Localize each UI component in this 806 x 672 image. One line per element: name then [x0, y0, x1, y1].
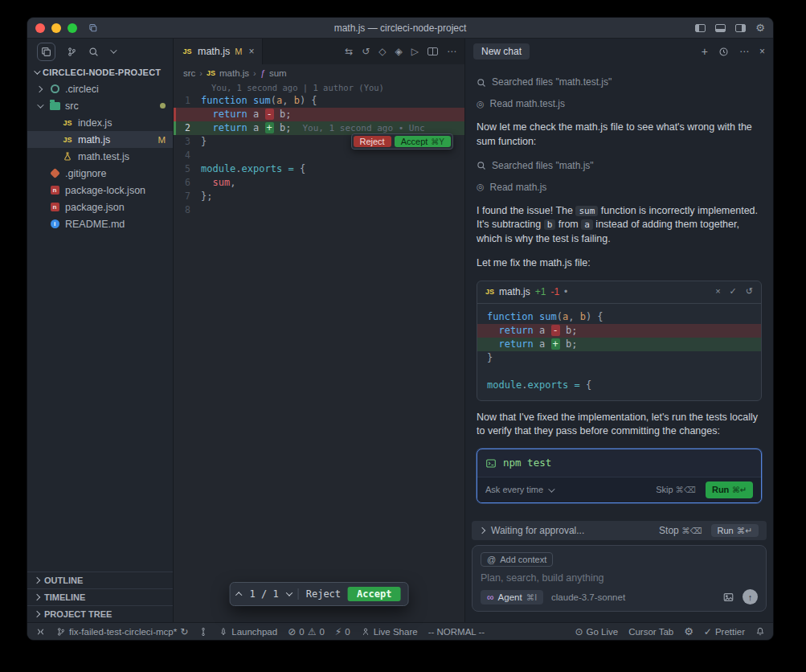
toggle-panel-icon[interactable] [715, 24, 726, 32]
source-control-graph-button[interactable] [198, 627, 208, 637]
sidebar-item-index.js[interactable]: JSindex.js [27, 114, 173, 131]
explorer-view-button[interactable] [37, 43, 55, 61]
more-actions-icon[interactable]: ⋯ [447, 47, 456, 56]
next-diff-chevron-icon[interactable] [286, 589, 293, 596]
accept-diff-icon[interactable]: ✓ [730, 285, 737, 298]
minimize-window-button[interactable] [51, 23, 61, 33]
prev-diff-chevron-icon[interactable] [235, 592, 242, 598]
status-bar: fix-failed-test-circleci-mcp* ↻ Launchpa… [27, 622, 773, 640]
folder-icon [49, 100, 60, 112]
chat-messages[interactable]: Searched files "math.test.js" ◎ Read mat… [465, 64, 773, 521]
toggle-secondary-sidebar-icon[interactable] [735, 24, 746, 32]
run-button[interactable]: Run⌘↵ [706, 481, 753, 499]
chat-more-icon[interactable]: ⋯ [739, 47, 749, 56]
close-window-button[interactable] [35, 23, 45, 33]
revert-diff-icon[interactable]: ↺ [746, 285, 753, 298]
open-changes-icon[interactable]: ⇆ [345, 47, 353, 56]
accept-all-button[interactable]: Accept [348, 587, 400, 601]
diff-card-filename[interactable]: math.js [499, 285, 530, 299]
tool-call-searched-files[interactable]: Searched files "math.js" [477, 159, 762, 173]
window-title: math.js — circleci-node-project [27, 23, 773, 34]
more-views-chevron-icon[interactable] [110, 47, 117, 53]
sidebar-section-outline[interactable]: OUTLINE [27, 572, 173, 588]
source-control-view-button[interactable] [67, 47, 77, 57]
sidebar-item-math.js[interactable]: JSmath.jsM [27, 131, 173, 148]
zoom-window-button[interactable] [68, 23, 77, 33]
settings-gear-icon[interactable]: ⚙ [755, 23, 765, 33]
branch-icon [56, 627, 66, 637]
problems-indicator[interactable]: ⊘ 0 ⚠ 0 [288, 627, 325, 637]
chat-header: New chat + ⋯ × [465, 39, 773, 64]
git-branch-status[interactable]: fix-failed-test-circleci-mcp* ↻ [56, 627, 188, 637]
go-live-button[interactable]: ⊙ Go Live [575, 627, 618, 637]
bolt-icon: ⚡ [335, 627, 342, 637]
toggle-primary-sidebar-icon[interactable] [695, 24, 706, 32]
send-button[interactable]: ↑ [743, 589, 758, 604]
sidebar-section-timeline[interactable]: TIMELINE [27, 588, 173, 605]
chat-history-icon[interactable] [718, 47, 729, 57]
discard-icon[interactable]: ↺ [362, 47, 370, 56]
breadcrumb-file[interactable]: math.js [219, 68, 249, 78]
chat-input-box[interactable]: @ Add context Plan, search, build anythi… [472, 545, 767, 612]
expand-chevron-icon[interactable] [479, 527, 485, 534]
new-chat-plus-icon[interactable]: + [702, 46, 708, 57]
bolt-counter[interactable]: ⚡ 0 [335, 627, 350, 637]
chat-tab-new-chat[interactable]: New chat [473, 43, 530, 59]
add-context-button[interactable]: @ Add context [481, 552, 553, 567]
run-file-icon[interactable]: ▷ [411, 47, 419, 56]
reject-all-button[interactable]: Reject [306, 588, 341, 600]
code-line-1: 1function sum(a, b) { [174, 94, 464, 108]
stop-button[interactable]: Stop ⌘⌫ [659, 525, 702, 536]
breadcrumb-src[interactable]: src [183, 68, 195, 78]
chat-code-diff-card: JS math.js +1 -1 • × ✓ ↺ function sum(a,… [477, 281, 762, 401]
chat-close-icon[interactable]: × [759, 47, 765, 56]
sidebar-item-README.md[interactable]: iREADME.md [27, 215, 173, 232]
sidebar-item-package.json[interactable]: npackage.json [27, 199, 173, 215]
sidebar-item-.gitignore[interactable]: .gitignore [27, 165, 173, 182]
line-number: 1 [174, 94, 201, 108]
tab-math-js[interactable]: JS math.js M × [174, 39, 263, 64]
run-approval-button[interactable]: Run⌘↵ [711, 524, 759, 537]
sidebar-section-project-tree[interactable]: PROJECT TREE [27, 605, 173, 622]
explorer-root-header[interactable]: CIRCLECI-NODE-PROJECT [27, 64, 173, 80]
sidebar-item-.circleci[interactable]: .circleci [27, 80, 173, 97]
reject-change-button[interactable]: Reject [354, 136, 391, 147]
notifications-bell[interactable] [755, 626, 765, 637]
breadcrumb: src › JS math.js › ƒ sum [174, 64, 464, 82]
sidebar-item-package-lock.json[interactable]: npackage-lock.json [27, 182, 173, 199]
next-change-icon[interactable]: ◈ [395, 47, 403, 56]
breadcrumb-symbol[interactable]: sum [269, 68, 287, 78]
git-blame-line: You, 1 second ago | 1 author (You) [174, 82, 464, 94]
tool-call-searched-files[interactable]: Searched files "math.test.js" [477, 76, 762, 89]
remote-indicator[interactable] [35, 627, 46, 637]
ask-every-time-dropdown[interactable]: Ask every time [485, 484, 543, 497]
launchpad-button[interactable]: Launchpad [219, 627, 277, 637]
search-view-button[interactable] [88, 47, 99, 57]
live-share-button[interactable]: Live Share [361, 627, 418, 637]
split-editor-icon[interactable] [428, 47, 438, 55]
attach-image-icon[interactable] [722, 592, 734, 603]
sidebar-item-src[interactable]: src [27, 97, 173, 114]
prettier-status[interactable]: ✓ Prettier [704, 627, 745, 637]
tab-close-icon[interactable]: × [248, 46, 254, 57]
code-line-6: 6 sum, [174, 176, 464, 190]
reject-diff-icon[interactable]: × [715, 285, 720, 298]
app-window: math.js — circleci-node-project ⚙ [27, 17, 774, 641]
accept-change-button[interactable]: Accept⌘Y [395, 136, 451, 147]
tool-call-read-file[interactable]: ◎ Read math.test.js [477, 97, 762, 111]
agent-mode-dropdown[interactable]: ∞ Agent ⌘I [481, 590, 543, 604]
model-selector[interactable]: claude-3.7-sonnet [551, 592, 625, 602]
settings-gear-button[interactable]: ⚙ [684, 626, 693, 637]
chat-input-placeholder[interactable]: Plan, search, build anything [481, 572, 758, 584]
cursor-tab-toggle[interactable]: Cursor Tab [628, 627, 673, 637]
prev-change-icon[interactable]: ◇ [378, 47, 386, 56]
read-file-icon: ◎ [477, 98, 485, 111]
code-editor[interactable]: You, 1 second ago | 1 author (You) 1func… [174, 82, 464, 622]
js-file-icon: JS [485, 286, 494, 297]
read-file-icon: ◎ [477, 181, 485, 194]
skip-button[interactable]: Skip ⌘⌫ [656, 484, 696, 497]
terminal-command-card: npm test Ask every time Skip ⌘⌫ Run⌘↵ [477, 449, 762, 503]
tool-call-read-file[interactable]: ◎ Read math.js [477, 181, 762, 195]
code-line-4: 4 [174, 149, 464, 162]
sidebar-item-math.test.js[interactable]: math.test.js [27, 148, 173, 165]
